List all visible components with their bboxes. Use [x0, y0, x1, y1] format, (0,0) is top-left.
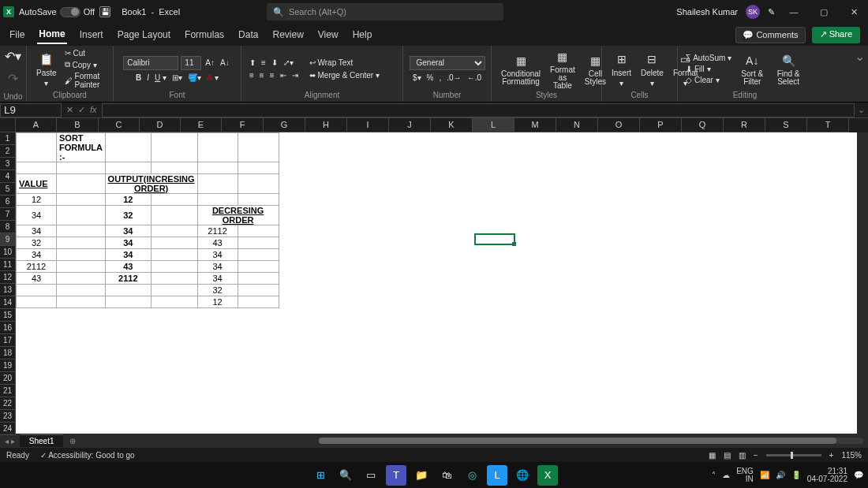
user-name[interactable]: Shailesh Kumar: [676, 7, 738, 17]
sheet-tab[interactable]: Sheet1: [20, 434, 64, 447]
zoom-in-button[interactable]: +: [829, 451, 834, 460]
row-header[interactable]: 2: [0, 145, 16, 158]
orientation-button[interactable]: ⤢▾: [282, 58, 295, 68]
format-as-table-button[interactable]: ▦Format as Table: [547, 49, 578, 90]
sheet-nav-buttons[interactable]: ◂ ▸: [0, 437, 20, 445]
vertical-scrollbar[interactable]: [857, 132, 868, 434]
store-icon[interactable]: 🛍: [436, 465, 457, 486]
start-button[interactable]: ⊞: [310, 465, 331, 486]
taskbar-search-icon[interactable]: 🔍: [335, 465, 356, 486]
sort-filter-button[interactable]: A↓Sort & Filter: [736, 53, 768, 86]
grid[interactable]: 123456789101112131415161718192021222324 …: [0, 132, 868, 434]
row-header[interactable]: 23: [0, 410, 16, 423]
view-normal-icon[interactable]: ▦: [709, 451, 716, 460]
teams-icon[interactable]: T: [386, 465, 406, 486]
percent-button[interactable]: %: [425, 73, 436, 83]
accessibility-status[interactable]: ✓ Accessibility: Good to go: [40, 451, 135, 460]
zoom-slider[interactable]: [766, 454, 821, 456]
row-header[interactable]: 11: [0, 259, 16, 271]
row-header[interactable]: 9: [0, 233, 16, 246]
save-icon[interactable]: 💾: [99, 6, 110, 17]
view-page-break-icon[interactable]: ▥: [739, 451, 746, 460]
battery-icon[interactable]: 🔋: [791, 471, 801, 479]
formula-input[interactable]: [102, 103, 855, 117]
align-right-button[interactable]: ≡: [268, 70, 276, 80]
column-header[interactable]: F: [222, 118, 264, 132]
column-header[interactable]: I: [347, 118, 389, 132]
tab-page-layout[interactable]: Page Layout: [116, 26, 172, 43]
row-header[interactable]: 10: [0, 246, 16, 259]
border-button[interactable]: ⊞▾: [170, 73, 184, 83]
decimal-decrease-button[interactable]: ←.0: [466, 73, 483, 83]
column-header[interactable]: R: [724, 118, 765, 132]
shrink-font-button[interactable]: A↓: [219, 58, 231, 68]
app-icon[interactable]: L: [487, 465, 507, 486]
fill-color-button[interactable]: 🪣▾: [186, 73, 203, 83]
ribbon-collapse-button[interactable]: ⌄: [855, 49, 865, 64]
column-header[interactable]: E: [181, 118, 222, 132]
language-indicator[interactable]: ENGIN: [736, 468, 754, 483]
volume-icon[interactable]: 🔊: [776, 471, 785, 479]
tab-view[interactable]: View: [316, 26, 340, 43]
row-header[interactable]: 18: [0, 347, 16, 359]
autosum-button[interactable]: Σ AutoSum ▾: [684, 53, 733, 63]
column-header[interactable]: J: [389, 118, 431, 132]
column-header[interactable]: N: [556, 118, 598, 132]
formula-expand-icon[interactable]: ⌄: [855, 105, 868, 115]
conditional-formatting-button[interactable]: ▦Conditional Formatting: [498, 53, 544, 86]
delete-cells-button[interactable]: ⊟Delete▾: [638, 51, 667, 88]
column-header[interactable]: L: [473, 118, 514, 132]
search-input[interactable]: 🔍 Search (Alt+Q): [267, 3, 503, 20]
fill-button[interactable]: ⬇ Fill▾: [684, 64, 733, 74]
column-header[interactable]: A: [16, 118, 57, 132]
comments-button[interactable]: 💬 Comments: [735, 27, 805, 43]
row-header[interactable]: 20: [0, 372, 16, 385]
number-format-select[interactable]: General: [410, 56, 485, 70]
font-name-select[interactable]: [123, 56, 178, 70]
row-header[interactable]: 12: [0, 271, 16, 284]
share-button[interactable]: ↗ Share: [812, 27, 860, 43]
autosave-toggle[interactable]: AutoSave Off: [19, 7, 95, 17]
column-header[interactable]: O: [598, 118, 640, 132]
column-header[interactable]: H: [305, 118, 347, 132]
indent-decrease-button[interactable]: ⇤: [279, 70, 288, 80]
clock[interactable]: 21:3104-07-2022: [807, 468, 847, 483]
undo-button[interactable]: ↶▾: [5, 49, 21, 64]
tab-help[interactable]: Help: [351, 26, 374, 43]
row-header[interactable]: 15: [0, 309, 16, 322]
tab-home[interactable]: Home: [37, 25, 66, 44]
row-header[interactable]: 24: [0, 423, 16, 435]
maximize-button[interactable]: ▢: [813, 7, 835, 17]
insert-cells-button[interactable]: ⊞Insert▾: [608, 51, 634, 88]
name-box[interactable]: [0, 103, 62, 117]
close-button[interactable]: ✕: [843, 7, 865, 17]
indent-increase-button[interactable]: ⇥: [290, 70, 300, 80]
column-header[interactable]: P: [640, 118, 682, 132]
row-header[interactable]: 17: [0, 334, 16, 347]
notifications-icon[interactable]: 💬: [854, 471, 863, 479]
row-header[interactable]: 19: [0, 359, 16, 372]
font-size-select[interactable]: [181, 56, 201, 70]
tab-formulas[interactable]: Formulas: [183, 26, 226, 43]
row-header[interactable]: 16: [0, 322, 16, 334]
align-center-button[interactable]: ≡: [258, 70, 266, 80]
underline-button[interactable]: U▾: [153, 73, 168, 83]
column-header[interactable]: T: [807, 118, 849, 132]
italic-button[interactable]: I: [145, 73, 151, 83]
row-header[interactable]: 7: [0, 208, 16, 221]
fx-icon[interactable]: fx: [90, 105, 97, 115]
align-bottom-button[interactable]: ⬇: [270, 58, 279, 68]
merge-center-button[interactable]: ⬌ Merge & Center ▾: [308, 70, 382, 80]
align-top-button[interactable]: ⬆: [248, 58, 257, 68]
row-header[interactable]: 6: [0, 196, 16, 208]
row-header[interactable]: 8: [0, 221, 16, 233]
file-explorer-icon[interactable]: 📁: [411, 465, 432, 486]
weather-icon[interactable]: ☁: [722, 471, 730, 479]
column-header[interactable]: Q: [682, 118, 724, 132]
row-header[interactable]: 21: [0, 385, 16, 397]
cancel-formula-icon[interactable]: ✕: [66, 105, 73, 115]
row-header[interactable]: 22: [0, 397, 16, 410]
view-page-layout-icon[interactable]: ▤: [724, 451, 731, 460]
row-header[interactable]: 5: [0, 183, 16, 196]
cells-area[interactable]: SORT FORMULA :- VALUEOUTPUT(INCRESING OR…: [16, 132, 857, 434]
